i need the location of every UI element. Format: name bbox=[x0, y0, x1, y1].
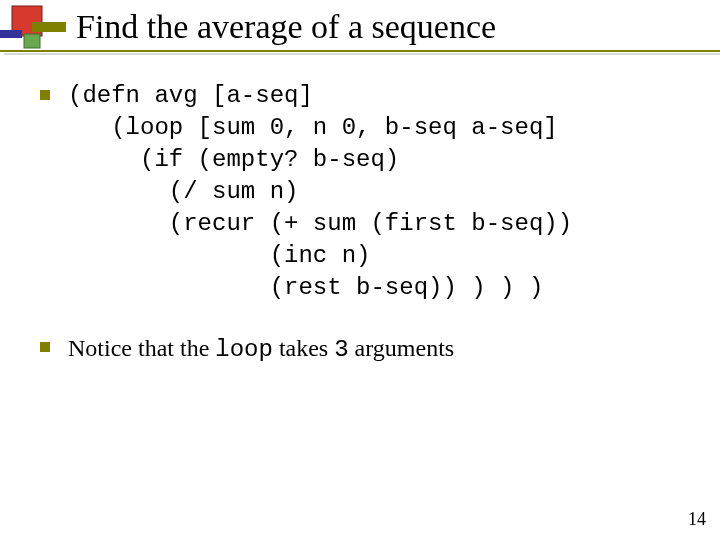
note-three-word: 3 bbox=[334, 336, 348, 363]
note-text: Notice that the loop takes 3 arguments bbox=[68, 332, 454, 366]
svg-rect-4 bbox=[24, 34, 40, 48]
code-line-4: (/ sum n) bbox=[68, 178, 298, 205]
bullet-note: Notice that the loop takes 3 arguments bbox=[40, 332, 680, 366]
svg-rect-2 bbox=[0, 30, 22, 38]
note-mid: takes bbox=[273, 335, 334, 361]
code-line-2: (loop [sum 0, n 0, b-seq a-seq] bbox=[68, 114, 558, 141]
code-line-3: (if (empty? b-seq) bbox=[68, 146, 399, 173]
note-prefix: Notice that the bbox=[68, 335, 215, 361]
page-title: Find the average of a sequence bbox=[76, 8, 496, 46]
title-row: Find the average of a sequence bbox=[76, 8, 496, 46]
title-underline-shadow bbox=[4, 53, 720, 55]
svg-rect-3 bbox=[32, 22, 66, 32]
slide: Find the average of a sequence (defn avg… bbox=[0, 0, 720, 540]
code-block: (defn avg [a-seq] (loop [sum 0, n 0, b-s… bbox=[68, 80, 572, 304]
body: (defn avg [a-seq] (loop [sum 0, n 0, b-s… bbox=[40, 80, 680, 372]
code-line-7: (rest b-seq)) ) ) ) bbox=[68, 274, 543, 301]
code-line-5: (recur (+ sum (first b-seq)) bbox=[68, 210, 572, 237]
bullet-code: (defn avg [a-seq] (loop [sum 0, n 0, b-s… bbox=[40, 80, 680, 304]
page-number: 14 bbox=[688, 509, 706, 530]
note-suffix: arguments bbox=[349, 335, 455, 361]
title-underline bbox=[0, 50, 720, 52]
code-line-1: (defn avg [a-seq] bbox=[68, 82, 313, 109]
bullet-square-icon bbox=[40, 90, 50, 100]
code-line-6: (inc n) bbox=[68, 242, 370, 269]
note-loop-word: loop bbox=[215, 336, 273, 363]
bullet-square-icon bbox=[40, 342, 50, 352]
